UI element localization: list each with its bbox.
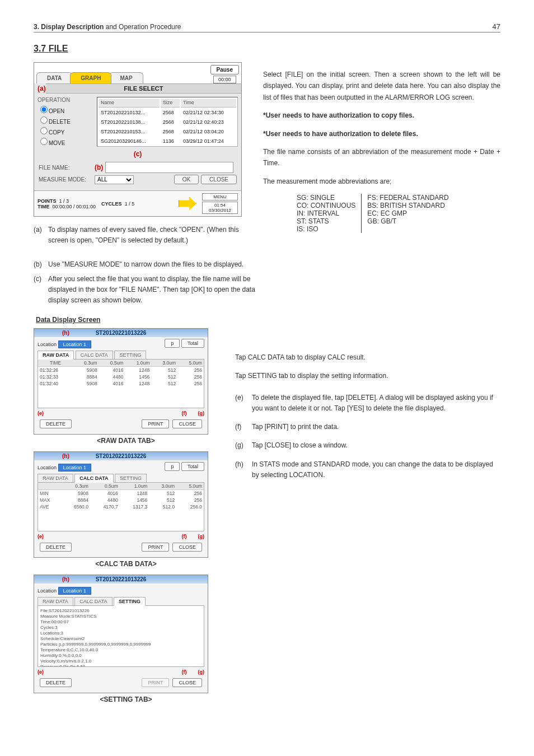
tab-raw-3[interactable]: RAW DATA <box>38 597 73 605</box>
operation-group: OPERATION OPEN DELETE COPY MOVE <box>38 97 93 147</box>
file-name-label: FILE NAME: <box>39 165 95 171</box>
op-open-radio[interactable] <box>40 106 48 113</box>
col-time: Time <box>181 99 236 108</box>
marker-h-1: (h) <box>62 330 69 336</box>
calc-tab-intro: Tap CALC DATA tab to display CALC result… <box>235 352 500 363</box>
cycles-label: CYCLES <box>101 201 122 207</box>
tab-setting-3[interactable]: SETTING <box>114 597 146 606</box>
file-table[interactable]: Name Size Time ST201202210132...256802/2… <box>97 97 238 147</box>
label-g: (g) <box>235 440 252 451</box>
col-name: Name <box>99 99 160 108</box>
time-value: 00:00:00 / 00:01:00 <box>53 204 96 209</box>
text-h: In STATS mode and STANDARD mode, you can… <box>252 459 500 480</box>
table-row: ST201202210138...256802/21/12 02:40:23 <box>99 118 236 127</box>
marker-f-3: (f) <box>182 669 187 675</box>
time-label: TIME <box>38 204 50 209</box>
op-delete-radio[interactable] <box>40 116 48 124</box>
marker-e-1: (e) <box>38 410 44 416</box>
marker-h-2: (h) <box>62 453 69 459</box>
file-name-input[interactable] <box>105 162 233 173</box>
tab-calc-1[interactable]: CALC DATA <box>76 351 113 359</box>
caption-raw: <RAW DATA TAB> <box>34 437 218 445</box>
p-button-1[interactable]: p <box>165 339 180 348</box>
delete-button-1[interactable]: DELETE <box>40 419 72 428</box>
auth-delete-note: *User needs to have authorization to del… <box>263 128 500 139</box>
close-button-2[interactable]: CLOSE <box>172 543 202 552</box>
close-button-3[interactable]: CLOSE <box>172 678 202 687</box>
file-select-screenshot: DATA GRAPH MAP Pause 00:00 (a) FILE SELE… <box>34 62 242 217</box>
marker-f-2: (f) <box>182 534 187 539</box>
location-label-2: Location <box>38 465 57 470</box>
list-item: AVE6560.04170.71317.3512.0256.0 <box>38 503 204 510</box>
text-a: To display names of every saved file, ch… <box>48 225 246 246</box>
calc-data-screenshot: (h) ST20120221013226 Location Location 1… <box>34 451 208 558</box>
measure-mode-label: MEASURE MODE: <box>39 176 95 183</box>
total-button-2[interactable]: Total <box>181 462 204 471</box>
op-move-radio[interactable] <box>40 138 48 145</box>
menu-button[interactable]: MENU <box>202 193 238 200</box>
raw-data-screenshot: (h) ST20120221013226 Location Location 1… <box>34 328 208 435</box>
tab-graph[interactable]: GRAPH <box>70 72 111 83</box>
print-button-2[interactable]: PRINT <box>142 543 169 552</box>
tab-map[interactable]: MAP <box>109 72 143 83</box>
tab-setting-2[interactable]: SETTING <box>115 474 147 482</box>
table-row: ST201202210132...256802/21/12 02:34:30 <box>99 109 236 117</box>
marker-a: (a) <box>38 85 46 92</box>
location-select-2[interactable]: Location 1 <box>58 464 92 472</box>
marker-c: (c) <box>134 150 142 158</box>
abbr-table: SG: SINGLE CO: CONTINUOUS IN: INTERVAL S… <box>297 194 500 233</box>
abbr-intro: The measurement mode abbreviations are; <box>263 176 500 187</box>
delete-button-3[interactable]: DELETE <box>40 678 72 687</box>
filename-desc: The file name consists of an abbreviatio… <box>263 146 500 169</box>
abbr-bs: BS: BRITISH STANDARD <box>367 202 448 209</box>
close-button-1[interactable]: CLOSE <box>172 419 202 428</box>
date-value: 03/30/2012 <box>203 208 237 213</box>
chapter-rest: and Operation Procedure <box>104 23 181 31</box>
pause-button[interactable]: Pause <box>210 65 239 74</box>
tab-calc-2[interactable]: CALC DATA <box>74 474 113 483</box>
section-title: 3.7 FILE <box>34 44 500 54</box>
dd-title-3: ST20120221013226 <box>96 576 147 582</box>
abbr-co: CO: CONTINUOUS <box>297 202 355 209</box>
clock-value: 01:54 <box>203 203 237 208</box>
text-g: Tap [CLOSE] to close a window. <box>252 440 348 451</box>
tab-data[interactable]: DATA <box>36 72 72 83</box>
op-copy-radio[interactable] <box>40 127 48 134</box>
p-button-2[interactable]: p <box>165 462 180 471</box>
list-item: 01:32:33888444801456512256 <box>38 374 204 380</box>
list-item: 01:32:40590840161248512256 <box>38 380 204 387</box>
label-a: (a) <box>34 225 48 246</box>
tab-raw-1[interactable]: RAW DATA <box>38 351 74 360</box>
tab-setting-1[interactable]: SETTING <box>114 351 146 359</box>
ok-button[interactable]: OK <box>174 175 199 184</box>
dd-title-2: ST20120221013226 <box>96 453 147 459</box>
delete-button-2[interactable]: DELETE <box>40 543 72 552</box>
status-bar: POINTS 1 / 3 TIME 00:00:00 / 00:01:00 CY… <box>34 190 241 216</box>
label-b: (b) <box>34 259 48 270</box>
tab-raw-2[interactable]: RAW DATA <box>38 474 73 482</box>
cycles-value: 1 / 5 <box>125 201 135 207</box>
measure-mode-select[interactable]: ALL <box>95 175 134 184</box>
text-f: Tap [PRINT] to print the data. <box>252 422 339 432</box>
table-row: SG201203290146...113603/29/12 01:47:24 <box>99 137 236 145</box>
tab-calc-3[interactable]: CALC DATA <box>74 597 112 605</box>
dd-title-1: ST20120221013226 <box>96 330 147 336</box>
setting-tab-intro: Tap SETTING tab to display the setting i… <box>235 370 500 381</box>
close-button[interactable]: CLOSE <box>201 175 237 184</box>
text-c: After you select the file that you want … <box>48 274 269 306</box>
location-select-1[interactable]: Location 1 <box>58 340 92 348</box>
page-number: 47 <box>493 22 500 31</box>
location-select-3[interactable]: Location 1 <box>58 587 92 595</box>
label-e: (e) <box>235 393 252 414</box>
abbr-is: IS: ISO <box>297 225 355 233</box>
next-arrow-icon[interactable] <box>179 197 196 211</box>
print-button-1[interactable]: PRINT <box>142 419 169 428</box>
total-button-1[interactable]: Total <box>181 339 204 348</box>
marker-e-3: (e) <box>38 669 44 675</box>
marker-e-2: (e) <box>38 534 44 539</box>
caption-setting: <SETTING TAB> <box>34 696 218 703</box>
col-size: Size <box>161 99 180 108</box>
marker-g-2: (g) <box>198 534 205 539</box>
table-row: ST201202210153...256802/21/12 03:04:20 <box>99 127 236 136</box>
label-h: (h) <box>235 459 252 480</box>
